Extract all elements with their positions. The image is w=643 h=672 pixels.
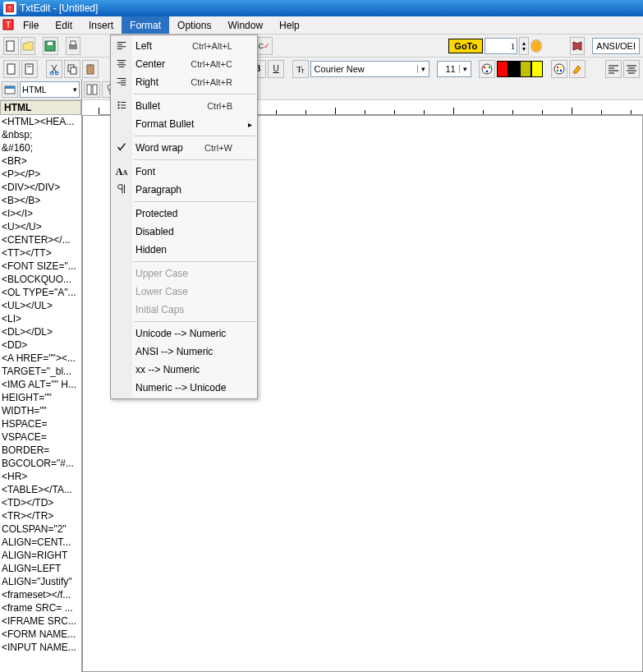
menu-item-unicode-numeric[interactable]: Unicode --> Numeric [111,324,257,343]
sidebar-list[interactable]: <HTML><HEA...&nbsp;&#160;<BR><P></P><DIV… [0,115,81,672]
list-item[interactable]: <DIV></DIV> [2,181,80,194]
color-swatch[interactable] [497,61,508,77]
list-item[interactable]: <HR> [2,470,80,483]
list-item[interactable]: &nbsp; [2,128,80,141]
goto-stepper[interactable]: ▴▾ [519,37,529,55]
color-swatch[interactable] [531,61,543,77]
view-mode-1[interactable] [84,81,100,98]
menu-item-center[interactable]: CenterCtrl+Alt+C [111,55,257,73]
save-button[interactable] [43,37,58,55]
list-item[interactable]: <TABLE></TA... [2,483,80,496]
list-item[interactable]: <TD></TD> [2,496,80,509]
list-item[interactable]: HEIGHT="" [2,391,80,404]
doc2-button[interactable] [21,60,38,78]
menu-item-hidden[interactable]: Hidden [111,241,257,259]
font-family-select[interactable]: Courier New ▾ [310,61,429,77]
list-item[interactable]: <I></I> [2,207,80,220]
menubar-app-icon: T [2,18,15,31]
list-item[interactable]: VSPACE= [2,430,80,444]
list-item[interactable]: <OL TYPE="A"... [2,286,80,299]
menu-file[interactable]: File [15,16,47,34]
list-item[interactable]: ALIGN=RIGHT [2,549,80,562]
list-item[interactable]: <U></U> [2,220,80,233]
menu-item-format-bullet[interactable]: Format Bullet▸ [111,115,257,133]
menu-item-paragraph[interactable]: Paragraph [111,181,257,199]
paste-button[interactable] [82,60,99,78]
list-item[interactable]: <UL></UL> [2,299,80,312]
open-button[interactable] [21,37,36,55]
list-item[interactable]: <B></B> [2,194,80,207]
list-item[interactable]: <DD> [2,338,80,352]
color-swatch[interactable] [508,61,520,77]
toolbar-row-2: B U TT Courier New ▾ 11 ▾ [0,58,643,81]
color-picker-button[interactable] [551,60,567,78]
list-item[interactable]: <FORM NAME... [2,628,80,641]
highlight-button[interactable] [569,60,586,78]
menu-item-numeric-unicode[interactable]: Numeric --> Unicode [111,379,257,397]
list-item[interactable]: <frameset></f... [2,588,80,601]
color-swatch[interactable] [520,61,531,77]
list-item[interactable]: COLSPAN="2" [2,522,80,536]
menu-item-left[interactable]: LeftCtrl+Alt+L [111,37,257,55]
font-picker-icon[interactable]: TT [292,60,309,78]
list-item[interactable]: &#160; [2,141,80,154]
menu-format[interactable]: Format [122,16,169,34]
list-item[interactable]: <P></P> [2,168,80,181]
list-item[interactable]: ALIGN="Justify" [2,575,80,588]
list-item[interactable]: <FONT SIZE="... [2,260,80,273]
menu-edit[interactable]: Edit [47,16,80,34]
color-palette-icon[interactable] [479,60,495,78]
list-item[interactable]: BORDER= [2,444,80,457]
sidebar-snippet-type-value: HTML [22,85,47,94]
list-item[interactable]: <BR> [2,154,80,168]
menu-help[interactable]: Help [271,16,308,34]
line-number-input[interactable] [485,38,517,54]
menu-item-bullet[interactable]: BulletCtrl+B [111,97,257,115]
font-size-select[interactable]: 11 ▾ [437,61,471,77]
list-item[interactable]: TARGET="_bl... [2,365,80,378]
cut-button[interactable] [46,60,62,78]
list-item[interactable]: <TR></TR> [2,509,80,522]
print-button[interactable] [66,37,81,55]
menu-item-shortcut: Ctrl+Alt+R [191,77,232,87]
encoding-display[interactable]: ANSI/OEI [592,38,640,54]
sidebar-snippet-type-select[interactable]: HTML ▾ [20,81,80,98]
svg-rect-10 [25,64,33,74]
goto-small-icon[interactable] [530,39,542,53]
menu-options[interactable]: Options [169,16,219,34]
menu-window[interactable]: Window [219,16,271,34]
list-item[interactable]: <TT></TT> [2,246,80,260]
new-button[interactable] [3,37,19,55]
list-item[interactable]: ALIGN=LEFT [2,562,80,575]
list-item[interactable]: <A HREF=""><... [2,352,80,365]
menu-item-font[interactable]: AAFont [111,163,257,181]
menu-insert[interactable]: Insert [80,16,122,34]
menu-item-ansi-numeric[interactable]: ANSI --> Numeric [111,343,257,361]
list-item[interactable]: <IMG ALT="" H... [2,378,80,391]
list-item[interactable]: <CENTER></... [2,233,80,246]
list-item[interactable]: HSPACE= [2,417,80,430]
align-group-left[interactable] [605,60,622,78]
list-item[interactable]: BGCOLOR="#... [2,457,80,470]
list-item[interactable]: <INPUT NAME... [2,641,80,654]
list-item[interactable]: <DL></DL> [2,325,80,338]
list-item[interactable]: <frame SRC= ... [2,601,80,614]
sidebar-config-icon[interactable] [2,81,18,98]
align-group-center[interactable] [623,60,640,78]
doc1-button[interactable] [3,60,20,78]
list-item[interactable]: ALIGN=CENT... [2,536,80,549]
underline-button[interactable]: U [268,60,284,78]
goto-button[interactable]: GoTo [448,39,483,53]
list-item[interactable]: <LI> [2,312,80,325]
menu-item-word-wrap[interactable]: Word wrapCtrl+W [111,139,257,157]
book-icon[interactable] [570,37,586,55]
menu-item-disabled[interactable]: Disabled [111,223,257,241]
menu-item-right[interactable]: RightCtrl+Alt+R [111,73,257,91]
copy-button[interactable] [64,60,80,78]
list-item[interactable]: <HTML><HEA... [2,115,80,128]
list-item[interactable]: <BLOCKQUO... [2,273,80,286]
menu-item-xx-numeric[interactable]: xx --> Numeric [111,361,257,379]
list-item[interactable]: WIDTH="" [2,404,80,417]
menu-item-protected[interactable]: Protected [111,205,257,223]
list-item[interactable]: <IFRAME SRC... [2,614,80,628]
